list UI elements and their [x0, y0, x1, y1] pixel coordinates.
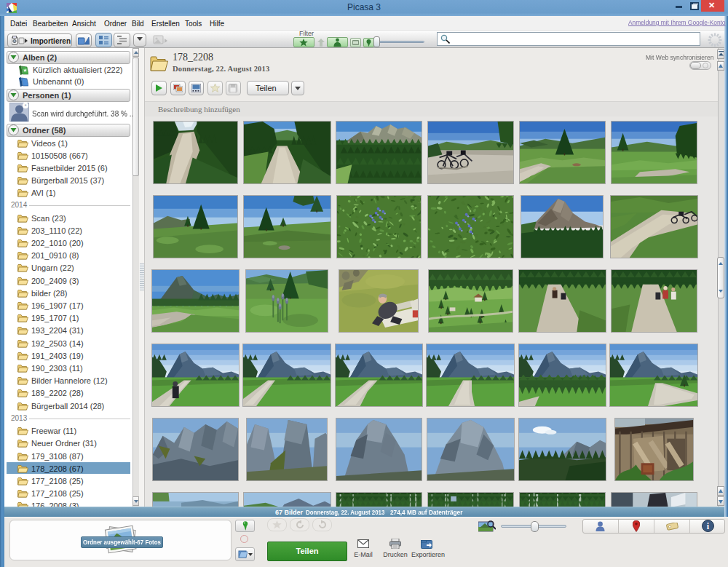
svg-text:*: * [24, 103, 26, 109]
